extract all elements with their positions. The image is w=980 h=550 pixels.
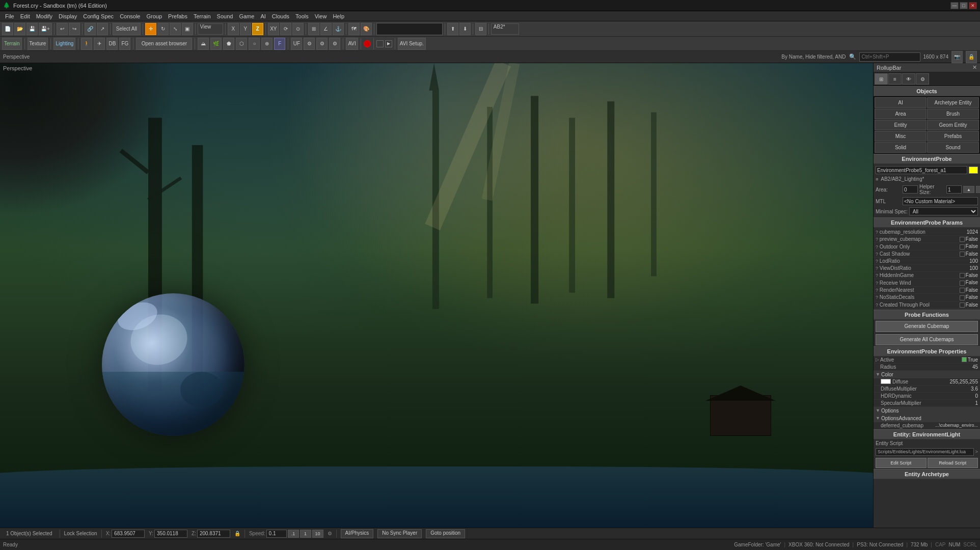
color-expand[interactable]: ▼ Color — [874, 371, 980, 378]
layers-btn[interactable]: ⊟ — [475, 23, 486, 35]
speed-2-btn[interactable]: 1 — [300, 530, 311, 538]
menu-tools[interactable]: Tools — [292, 12, 312, 20]
minimize-btn[interactable]: — — [950, 2, 959, 9]
menu-ai[interactable]: AI — [257, 12, 268, 20]
physics-btn2[interactable]: ⚙ — [316, 38, 328, 50]
ab2-dropdown[interactable]: AB2* — [491, 23, 519, 35]
menu-configspec[interactable]: Config Spec — [80, 12, 117, 20]
cursor-btn[interactable]: ↗ — [97, 23, 108, 35]
z-axis-btn[interactable]: Z — [252, 23, 263, 35]
search-input[interactable] — [859, 52, 920, 62]
z-input[interactable] — [197, 530, 230, 538]
goto-position-btn[interactable]: Goto position — [426, 529, 465, 538]
x-input[interactable] — [112, 530, 145, 538]
terrain-edit-btn[interactable]: ⛰ — [198, 38, 209, 50]
new-btn[interactable]: 📄 — [2, 23, 13, 35]
grid-btn[interactable]: ⊞ — [308, 23, 319, 35]
physics-btn1[interactable]: ⚙ — [304, 38, 315, 50]
obj-btn-brush[interactable]: Brush — [927, 108, 979, 119]
options-advanced-expand[interactable]: ▼ OptionsAdvanced — [874, 415, 980, 422]
texture-tab[interactable]: Texture — [28, 38, 48, 50]
export-btn[interactable]: ⬆ — [447, 23, 458, 35]
script-arrow[interactable]: > — [975, 449, 978, 454]
rotate-btn[interactable]: ↻ — [157, 23, 169, 35]
area-input[interactable] — [903, 185, 918, 194]
obj-btn-entity[interactable]: Entity — [875, 120, 927, 130]
veg-btn[interactable]: 🌿 — [210, 38, 222, 50]
move-btn[interactable]: ✛ — [145, 23, 156, 35]
xy-btn[interactable]: XY — [268, 23, 279, 35]
link-btn[interactable]: 🔗 — [85, 23, 96, 35]
menu-view[interactable]: View — [312, 12, 330, 20]
obj-btn-sound[interactable]: Sound — [927, 142, 979, 153]
helper-size-input[interactable] — [946, 185, 962, 194]
lock-selection-btn[interactable]: Lock Selection — [64, 531, 97, 536]
menu-group[interactable]: Group — [143, 12, 165, 20]
select-all-btn[interactable]: Select All — [113, 23, 141, 35]
obj-btn-prefabs[interactable]: Prefabs — [927, 131, 979, 142]
open-btn[interactable]: 📂 — [14, 23, 25, 35]
menu-clouds[interactable]: Clouds — [269, 12, 292, 20]
mtl-input[interactable] — [903, 197, 978, 205]
obj-btns1[interactable]: ⬟ — [223, 38, 234, 50]
terrain-paint-btn[interactable]: 🗺 — [348, 23, 360, 35]
fly-btn[interactable]: ✈ — [94, 38, 105, 50]
f-btn[interactable]: F — [274, 38, 285, 50]
snap-btn[interactable]: ⚓ — [333, 23, 344, 35]
stop-btn[interactable] — [376, 40, 384, 47]
close-btn[interactable]: ✕ — [969, 2, 977, 9]
db-btn[interactable]: DB — [106, 38, 118, 50]
obj-btn-archetype-entity[interactable]: Archetype Entity — [927, 97, 979, 108]
snap-scale-btn[interactable]: ⊙ — [292, 23, 304, 35]
env-probe-name-input[interactable] — [876, 166, 967, 174]
import-btn[interactable]: ⬇ — [459, 23, 471, 35]
panel-tab-settings[interactable]: ⚙ — [916, 73, 929, 85]
speed-input[interactable] — [266, 530, 287, 538]
terrain-tab[interactable]: Terrain — [2, 38, 22, 50]
obj-btn-misc[interactable]: Misc — [875, 131, 927, 142]
x-axis-btn[interactable]: X — [228, 23, 239, 35]
y-input[interactable] — [154, 530, 187, 538]
speed-1-btn[interactable]: .1 — [288, 530, 299, 538]
fg-btn[interactable]: FG — [119, 38, 130, 50]
diffuse-color-swatch[interactable] — [881, 379, 891, 384]
asset-browser-btn[interactable]: Open asset browser — [136, 38, 192, 50]
record-btn[interactable] — [364, 40, 371, 47]
panel-tab-layers[interactable]: ≡ — [888, 73, 902, 85]
menu-edit[interactable]: Edit — [17, 12, 33, 20]
menu-file[interactable]: File — [2, 12, 17, 20]
generate-all-cubemaps-btn[interactable]: Generate All Cubemaps — [876, 334, 978, 345]
save-btn[interactable]: 💾 — [26, 23, 38, 35]
maximize-btn[interactable]: □ — [960, 2, 968, 9]
speed-3-btn[interactable]: 10 — [312, 530, 323, 538]
physics-btn3[interactable]: ⚙ — [329, 38, 340, 50]
obj-btn-solid[interactable]: Solid — [875, 142, 927, 153]
angle-snap-btn[interactable]: ∠ — [320, 23, 332, 35]
obj-btns2[interactable]: ⬡ — [236, 38, 247, 50]
ai-physics-btn[interactable]: AI/Physics — [341, 529, 374, 538]
panel-tab-display[interactable]: 👁 — [902, 73, 915, 85]
scale-btn[interactable]: ⤡ — [170, 23, 181, 35]
edit-script-btn[interactable]: Edit Script — [876, 458, 927, 468]
menu-console[interactable]: Console — [117, 12, 143, 20]
generate-cubemap-btn[interactable]: Generate Cubemap — [876, 321, 978, 332]
snapshot-btn[interactable]: 📷 — [951, 51, 963, 63]
menu-terrain[interactable]: Terrain — [190, 12, 214, 20]
save-all-btn[interactable]: 💾+ — [39, 23, 52, 35]
menu-modify[interactable]: Modify — [33, 12, 56, 20]
obj-btns4[interactable]: ⊕ — [261, 38, 273, 50]
menu-sound[interactable]: Sound — [214, 12, 236, 20]
no-sync-player-btn[interactable]: No Sync Player — [377, 529, 422, 538]
obj-btn-ai[interactable]: AI — [875, 97, 927, 108]
lock-viewport-btn[interactable]: 🔒 — [966, 51, 977, 63]
y-axis-btn[interactable]: Y — [240, 23, 251, 35]
panel-tab-objects[interactable]: ⊞ — [875, 73, 888, 85]
avi-btn[interactable]: AVI — [346, 38, 358, 50]
rollupbar-close-btn[interactable]: ✕ — [972, 64, 977, 71]
env-probe-color-btn[interactable] — [969, 167, 978, 174]
filter-input[interactable] — [376, 23, 443, 35]
options-expand[interactable]: ▼ Options — [874, 407, 980, 415]
minimal-spec-select[interactable]: All Low Medium High — [909, 207, 978, 215]
helper-up-btn[interactable]: ▲ — [963, 186, 974, 193]
menu-display[interactable]: Display — [56, 12, 80, 20]
